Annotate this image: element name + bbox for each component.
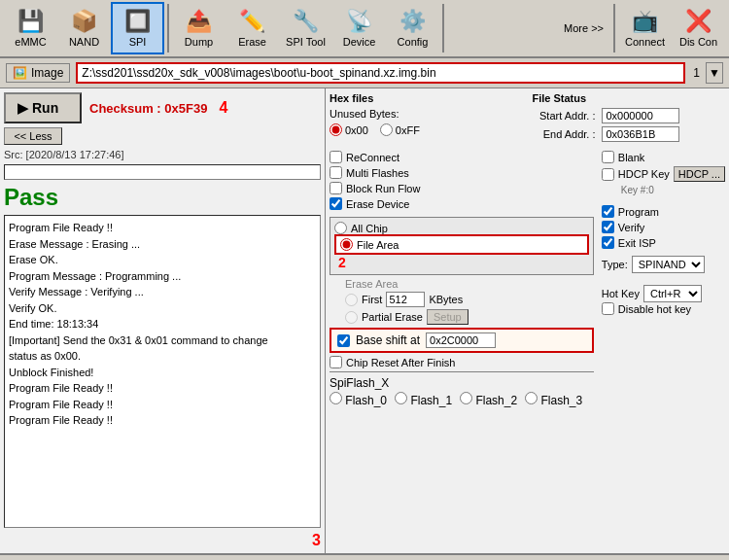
type-select[interactable]: SPINAND bbox=[632, 256, 705, 273]
toolbar-item-nand[interactable]: 📦 NAND bbox=[57, 2, 111, 54]
log-line: Program Message : Programming ... bbox=[9, 268, 316, 285]
hotkey-section: Hot Key Ctrl+R Disable hot key bbox=[602, 285, 725, 315]
flash-3-radio[interactable] bbox=[525, 392, 538, 404]
verify-label: Verify bbox=[618, 222, 645, 233]
toolbar-label-spi: SPI bbox=[129, 36, 147, 48]
chip-reset-option[interactable]: Chip Reset After Finish bbox=[330, 356, 594, 368]
hdcp-btn-label: HDCP ... bbox=[678, 168, 720, 180]
log-line: Erase OK. bbox=[9, 252, 316, 268]
program-label: Program bbox=[618, 206, 659, 218]
toolbar-connect-button[interactable]: 📺 Connect bbox=[618, 2, 672, 54]
toolbar-item-config[interactable]: ⚙️ Config bbox=[386, 2, 439, 54]
run-area: ▶ Run Checksum : 0x5F39 4 bbox=[4, 92, 321, 123]
all-chip-option[interactable]: All Chip bbox=[334, 222, 589, 234]
erase-device-checkbox[interactable] bbox=[330, 197, 342, 210]
less-button[interactable]: << Less bbox=[4, 127, 62, 145]
program-option[interactable]: Program bbox=[602, 205, 725, 218]
block-run-checkbox[interactable] bbox=[330, 182, 342, 194]
exit-isp-checkbox[interactable] bbox=[602, 236, 614, 249]
multi-flashes-option[interactable]: Multi Flashes bbox=[330, 166, 594, 179]
verify-option[interactable]: Verify bbox=[602, 221, 725, 233]
setup-button[interactable]: Setup bbox=[427, 309, 469, 325]
exit-isp-option[interactable]: Exit ISP bbox=[602, 236, 725, 249]
run-label: Run bbox=[32, 100, 58, 116]
toolbar-more-button[interactable]: More >> bbox=[557, 2, 610, 54]
toolbar-item-erase[interactable]: ✏️ Erase bbox=[226, 2, 279, 54]
chip-area-section: All Chip File Area 2 bbox=[330, 217, 594, 275]
type-label: Type: bbox=[602, 259, 628, 270]
flash-2-option[interactable]: Flash_2 bbox=[460, 392, 517, 407]
hdcp-key-label: HDCP Key bbox=[618, 168, 670, 180]
log-line: Program File Ready !! bbox=[9, 412, 316, 429]
program-checkbox[interactable] bbox=[602, 205, 614, 218]
block-run-label: Block Run Flow bbox=[346, 183, 420, 194]
blank-checkbox[interactable] bbox=[602, 151, 614, 163]
reconnect-checkbox[interactable] bbox=[330, 151, 342, 163]
connect-icon: 📺 bbox=[632, 9, 658, 34]
hex-0x00-radio[interactable] bbox=[330, 123, 342, 136]
erase-device-option[interactable]: Erase Device bbox=[330, 197, 594, 210]
toolbar-item-dump[interactable]: 📤 Dump bbox=[172, 2, 226, 54]
toolbar-connect-label: Connect bbox=[625, 36, 665, 48]
hotkey-select[interactable]: Ctrl+R bbox=[643, 285, 702, 302]
flash-0-option[interactable]: Flash_0 bbox=[330, 392, 387, 407]
file-area-radio[interactable] bbox=[340, 238, 353, 251]
toolbar-separator bbox=[167, 4, 169, 52]
log-line: Verify Message : Verifying ... bbox=[9, 284, 316, 300]
first-input[interactable] bbox=[386, 292, 425, 307]
flash-1-label: Flash_1 bbox=[410, 394, 452, 407]
all-chip-radio[interactable] bbox=[334, 222, 347, 234]
toolbar-item-device[interactable]: 📡 Device bbox=[332, 2, 386, 54]
reconnect-label: ReConnect bbox=[346, 152, 399, 163]
toolbar-item-spitool[interactable]: 🔧 SPI Tool bbox=[279, 2, 332, 54]
flash-2-radio[interactable] bbox=[460, 392, 472, 404]
block-run-option[interactable]: Block Run Flow bbox=[330, 182, 594, 194]
flash-1-radio[interactable] bbox=[395, 392, 407, 404]
log-line: Program File Ready !! bbox=[9, 380, 316, 397]
toolbar-label-nand: NAND bbox=[69, 36, 99, 48]
disable-hotkey-option[interactable]: Disable hot key bbox=[602, 302, 725, 315]
log-area[interactable]: Program File Ready !!Erase Message : Era… bbox=[4, 215, 321, 528]
hotkey-label: Hot Key bbox=[602, 288, 640, 299]
checksum-text: Checksum : 0x5F39 bbox=[89, 101, 207, 116]
base-shift-input[interactable] bbox=[426, 332, 496, 348]
toolbar-label-erase: Erase bbox=[238, 36, 266, 48]
log-line: status as 0x00. bbox=[9, 348, 316, 365]
toolbar-label-dump: Dump bbox=[185, 36, 213, 48]
device-icon: 📡 bbox=[346, 9, 372, 34]
base-shift-checkbox[interactable] bbox=[337, 334, 350, 347]
flash-3-option[interactable]: Flash_3 bbox=[525, 392, 582, 407]
reconnect-option[interactable]: ReConnect bbox=[330, 151, 594, 163]
spi-icon: 🔲 bbox=[124, 9, 151, 34]
chip-reset-checkbox[interactable] bbox=[330, 356, 342, 368]
toolbar-item-emmc[interactable]: 💾 eMMC bbox=[4, 2, 57, 54]
disable-hotkey-checkbox[interactable] bbox=[602, 302, 614, 315]
flash-1-option[interactable]: Flash_1 bbox=[395, 392, 452, 407]
path-input[interactable] bbox=[76, 62, 685, 84]
multi-flashes-checkbox[interactable] bbox=[330, 166, 342, 179]
flash-0-label: Flash_0 bbox=[345, 394, 387, 407]
flash-0-radio[interactable] bbox=[330, 392, 342, 404]
hdcp-button[interactable]: HDCP ... bbox=[674, 166, 725, 182]
erase-area-section: Erase Area First KBytes Partial Erase bbox=[345, 278, 594, 325]
toolbar-item-spi[interactable]: 🔲 SPI bbox=[111, 2, 164, 54]
hex-0x00-label: 0x00 bbox=[345, 124, 368, 136]
path-dropdown[interactable]: ▼ bbox=[706, 62, 723, 84]
image-tab[interactable]: 🖼️ Image bbox=[6, 63, 70, 83]
hex-0xff-option[interactable]: 0xFF bbox=[380, 123, 420, 136]
badge-4: 4 bbox=[219, 99, 227, 117]
hex-0x00-option[interactable]: 0x00 bbox=[330, 123, 368, 136]
toolbar-discon-button[interactable]: ❌ Dis Con bbox=[672, 2, 725, 54]
hdcp-checkbox[interactable] bbox=[602, 168, 614, 181]
file-area-option[interactable]: File Area bbox=[334, 234, 589, 255]
partial-radio bbox=[345, 311, 358, 324]
file-status-section: File Status Start Addr. : 0x000000 End A… bbox=[533, 92, 726, 145]
partial-erase-label: Partial Erase bbox=[362, 311, 423, 323]
verify-checkbox[interactable] bbox=[602, 221, 614, 233]
run-button[interactable]: ▶ Run bbox=[4, 92, 82, 123]
blank-option[interactable]: Blank bbox=[602, 151, 725, 163]
hex-0xff-radio[interactable] bbox=[380, 123, 393, 136]
log-line: End time: 18:13:34 bbox=[9, 316, 316, 332]
start-addr-label: Start Addr. : bbox=[533, 110, 596, 122]
program-section: Program Verify Exit ISP Type: bbox=[602, 205, 725, 273]
